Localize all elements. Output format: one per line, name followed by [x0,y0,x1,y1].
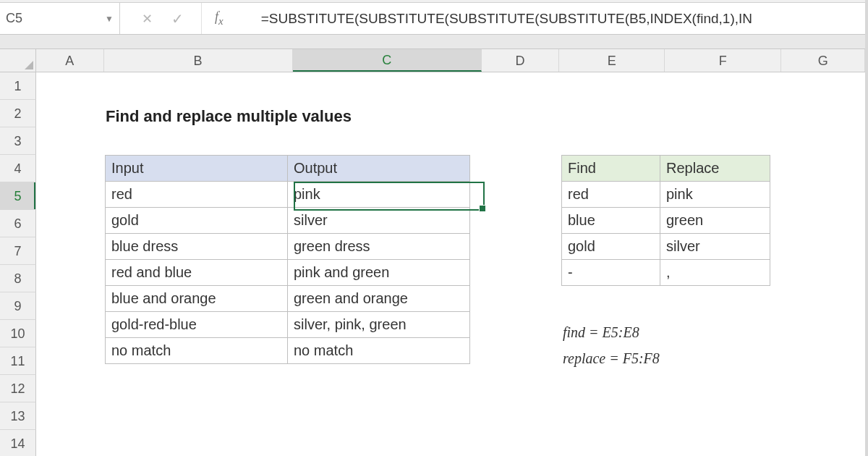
cell-E4[interactable] [559,155,665,182]
cell-E12[interactable] [559,375,665,402]
cell-E8[interactable] [559,265,665,292]
cell-E2[interactable] [559,100,665,127]
cell-C7[interactable] [293,237,482,265]
name-box-dropdown-icon[interactable]: ▼ [105,14,114,24]
cell-D1[interactable] [482,72,560,100]
cell-D13[interactable] [482,402,560,430]
cell-F11[interactable] [665,347,781,375]
row-header-13[interactable]: 13 [0,402,36,430]
column-header-C[interactable]: C [293,49,482,72]
cell-D14[interactable] [482,430,560,456]
name-box[interactable]: C5 ▼ [0,3,120,34]
cell-C9[interactable] [293,292,482,320]
cell-A12[interactable] [36,375,104,402]
cell-A2[interactable] [36,100,104,127]
cell-B14[interactable] [104,430,293,456]
row-header-3[interactable]: 3 [0,127,36,155]
cell-G12[interactable] [781,375,865,402]
cell-B11[interactable] [104,347,293,375]
cell-F10[interactable] [665,320,781,347]
cell-F1[interactable] [665,72,781,100]
cell-G10[interactable] [781,320,865,347]
cell-B5[interactable] [104,182,293,210]
cell-B9[interactable] [104,292,293,320]
cell-F4[interactable] [665,155,781,182]
cell-D7[interactable] [482,237,560,265]
cell-E9[interactable] [559,292,665,320]
cell-G2[interactable] [781,100,865,127]
cell-A10[interactable] [36,320,104,347]
cell-A9[interactable] [36,292,104,320]
enter-icon[interactable]: ✓ [171,10,184,28]
cell-A5[interactable] [36,182,104,210]
cell-C4[interactable] [293,155,482,182]
cell-G4[interactable] [781,155,865,182]
cell-B2[interactable] [104,100,293,127]
cell-B7[interactable] [104,237,293,265]
cell-F13[interactable] [665,402,781,430]
cell-B10[interactable] [104,320,293,347]
cell-D5[interactable] [482,182,560,210]
row-header-4[interactable]: 4 [0,155,36,182]
cell-E5[interactable] [559,182,665,210]
row-header-6[interactable]: 6 [0,210,36,237]
cell-C2[interactable] [293,100,482,127]
row-header-11[interactable]: 11 [0,347,36,375]
cell-A7[interactable] [36,237,104,265]
row-header-14[interactable]: 14 [0,430,36,456]
cell-D6[interactable] [482,210,560,237]
row-header-1[interactable]: 1 [0,72,36,100]
row-header-9[interactable]: 9 [0,292,36,320]
cell-D4[interactable] [482,155,560,182]
cell-D11[interactable] [482,347,560,375]
cell-D3[interactable] [482,127,560,155]
cell-A11[interactable] [36,347,104,375]
cell-G8[interactable] [781,265,865,292]
cell-G14[interactable] [781,430,865,456]
cell-C10[interactable] [293,320,482,347]
cell-D12[interactable] [482,375,560,402]
cell-D9[interactable] [482,292,560,320]
cell-B4[interactable] [104,155,293,182]
select-all-corner[interactable] [0,49,36,72]
row-header-12[interactable]: 12 [0,375,36,402]
cell-G3[interactable] [781,127,865,155]
cell-A1[interactable] [36,72,104,100]
cell-C12[interactable] [293,375,482,402]
cell-F5[interactable] [665,182,781,210]
cell-C14[interactable] [293,430,482,456]
column-header-F[interactable]: F [665,49,781,72]
column-header-A[interactable]: A [36,49,104,72]
cell-A14[interactable] [36,430,104,456]
cell-F12[interactable] [665,375,781,402]
cell-C11[interactable] [293,347,482,375]
cell-F6[interactable] [665,210,781,237]
cell-E10[interactable] [559,320,665,347]
cell-B8[interactable] [104,265,293,292]
cell-F8[interactable] [665,265,781,292]
column-header-G[interactable]: G [781,49,865,72]
row-header-5[interactable]: 5 [0,182,36,210]
cell-G6[interactable] [781,210,865,237]
cell-C3[interactable] [293,127,482,155]
cell-E14[interactable] [559,430,665,456]
cell-A8[interactable] [36,265,104,292]
cell-B6[interactable] [104,210,293,237]
cell-E3[interactable] [559,127,665,155]
cell-E7[interactable] [559,237,665,265]
cell-D2[interactable] [482,100,560,127]
cell-D8[interactable] [482,265,560,292]
cell-E11[interactable] [559,347,665,375]
cell-D10[interactable] [482,320,560,347]
cell-C8[interactable] [293,265,482,292]
cell-G9[interactable] [781,292,865,320]
row-header-8[interactable]: 8 [0,265,36,292]
cell-G1[interactable] [781,72,865,100]
cell-A6[interactable] [36,210,104,237]
cell-B1[interactable] [104,72,293,100]
cell-C5[interactable] [293,182,482,210]
column-header-B[interactable]: B [104,49,293,72]
row-header-7[interactable]: 7 [0,237,36,265]
cell-E6[interactable] [559,210,665,237]
cell-C6[interactable] [293,210,482,237]
